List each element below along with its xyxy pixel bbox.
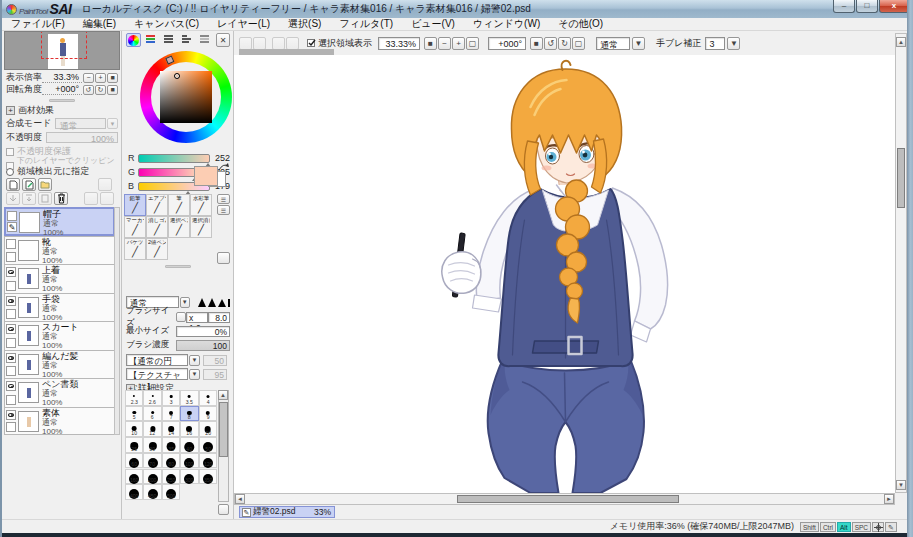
red-slider[interactable] bbox=[138, 154, 210, 163]
canvas-vertical-scrollbar[interactable]: ▲ ▼ bbox=[895, 33, 907, 493]
clear-layer-button[interactable] bbox=[38, 192, 52, 205]
brush-size-2.6[interactable]: 2.6 bbox=[143, 390, 161, 406]
layer-toggle-2[interactable] bbox=[6, 366, 16, 376]
menu-item-4[interactable]: 選択(S) bbox=[279, 17, 330, 31]
size-scroll-up-icon[interactable]: ▲ bbox=[218, 390, 228, 400]
nav-rotate-cw-button[interactable]: ↻ bbox=[95, 85, 106, 95]
brush-shape-select[interactable]: 【通常の円形】 bbox=[126, 354, 188, 366]
brush-8[interactable]: バケツ╱ bbox=[124, 238, 146, 260]
menu-item-3[interactable]: レイヤー(L) bbox=[208, 17, 279, 31]
brush-size-unit-button[interactable] bbox=[176, 312, 186, 322]
brush-size-5[interactable]: 5 bbox=[125, 406, 143, 422]
rgb-sliders-tab[interactable] bbox=[144, 33, 159, 47]
layer-visible-eye-icon[interactable] bbox=[6, 296, 16, 306]
document-tab[interactable]: ✎ 婦警02.psd 33% bbox=[239, 506, 335, 518]
canvas-horizontal-scrollbar[interactable]: ◄ ► bbox=[234, 493, 895, 505]
brush-size-7[interactable]: 7 bbox=[162, 406, 180, 422]
brush-size-200[interactable]: 200 bbox=[143, 469, 161, 485]
merge-down-button[interactable] bbox=[22, 192, 36, 205]
canvas[interactable] bbox=[234, 55, 895, 493]
swatches-tab[interactable] bbox=[198, 33, 213, 47]
selection-display-checkbox[interactable] bbox=[307, 39, 315, 47]
nav-zoom-reset-button[interactable]: ■ bbox=[107, 73, 118, 83]
layer-row-4[interactable]: スカート通常100% bbox=[4, 321, 115, 350]
brush-size-100[interactable]: 100 bbox=[180, 453, 198, 469]
layer-visible-eye-icon[interactable] bbox=[6, 353, 16, 363]
brush-size-80[interactable]: 80 bbox=[162, 453, 180, 469]
size-palette-bottom-button[interactable] bbox=[218, 504, 229, 515]
layer-row-7[interactable]: 素体通常100% bbox=[4, 407, 115, 436]
brush-size-400[interactable]: 400 bbox=[125, 484, 143, 500]
layer-toggle-2[interactable] bbox=[6, 422, 16, 432]
vscroll-thumb[interactable] bbox=[897, 148, 905, 208]
current-color-swatch[interactable] bbox=[194, 166, 218, 186]
brush-5[interactable]: 消しゴム╱ bbox=[146, 216, 168, 238]
brush-size-50[interactable]: 50 bbox=[199, 437, 217, 453]
brush-size-450[interactable]: 450 bbox=[143, 484, 161, 500]
flip-view-button[interactable]: ▢ bbox=[572, 37, 585, 50]
hscroll-thumb[interactable] bbox=[457, 495, 679, 503]
brush-size-3.5[interactable]: 3.5 bbox=[180, 390, 198, 406]
maximize-button[interactable]: □ bbox=[856, 0, 878, 13]
layer-command-extra-2[interactable] bbox=[84, 192, 98, 205]
brush-size-8[interactable]: 8 bbox=[180, 406, 198, 422]
layer-row-0[interactable]: ✎帽子通常100% bbox=[4, 207, 115, 236]
mixer-tab[interactable] bbox=[180, 33, 195, 47]
hscroll-left-icon[interactable]: ◄ bbox=[235, 494, 245, 504]
brush-4[interactable]: マーカー╱ bbox=[124, 216, 146, 238]
brush-2[interactable]: 筆╱ bbox=[168, 194, 190, 216]
new-linework-layer-button[interactable] bbox=[22, 178, 36, 191]
brush-grid-config-button-1[interactable]: ☰ bbox=[217, 194, 230, 204]
deselect-button[interactable] bbox=[272, 37, 285, 50]
menu-item-1[interactable]: 編集(E) bbox=[74, 17, 125, 31]
layer-hidden-toggle[interactable] bbox=[7, 211, 17, 221]
brush-size-35[interactable]: 35 bbox=[162, 437, 180, 453]
layer-toggle-2[interactable] bbox=[6, 281, 16, 291]
brush-shape-dropdown-icon[interactable]: ▼ bbox=[189, 355, 200, 366]
brush-size-6[interactable]: 6 bbox=[143, 406, 161, 422]
nav-zoom-in-button[interactable]: + bbox=[95, 73, 106, 83]
rotate-cw-button[interactable]: ↻ bbox=[558, 37, 571, 50]
blend-mode-select[interactable]: 通常 bbox=[55, 118, 106, 129]
brush-size-70[interactable]: 70 bbox=[143, 453, 161, 469]
brush-3[interactable]: 水彩筆╱ bbox=[190, 194, 212, 216]
size-palette-scrollbar[interactable]: ▲ bbox=[218, 390, 229, 502]
rotate-ccw-button[interactable]: ↺ bbox=[544, 37, 557, 50]
color-wheel-tab[interactable] bbox=[126, 33, 141, 47]
paint-blend-dropdown-icon[interactable]: ▼ bbox=[632, 37, 645, 50]
panel-grip[interactable] bbox=[49, 99, 75, 102]
redo-button[interactable] bbox=[253, 37, 266, 50]
blend-mode-dropdown-icon[interactable]: ▼ bbox=[107, 118, 118, 129]
invert-selection-button[interactable] bbox=[286, 37, 299, 50]
vscroll-down-icon[interactable]: ▼ bbox=[896, 480, 906, 490]
brush-size-60[interactable]: 60 bbox=[125, 453, 143, 469]
navigator-preview[interactable] bbox=[4, 31, 120, 70]
nav-rotate-ccw-button[interactable]: ↺ bbox=[83, 85, 94, 95]
layer-active-pen-icon[interactable]: ✎ bbox=[7, 222, 17, 232]
layer-toggle-2[interactable] bbox=[6, 309, 16, 319]
layer-toggle-2[interactable] bbox=[6, 252, 16, 262]
stabilizer-dropdown-icon[interactable]: ▼ bbox=[727, 37, 740, 50]
menu-item-2[interactable]: キャンバス(C) bbox=[125, 17, 208, 31]
saturation-value-square[interactable] bbox=[160, 71, 212, 123]
brush-size-30[interactable]: 30 bbox=[143, 437, 161, 453]
color-wheel[interactable] bbox=[140, 51, 232, 143]
selection-source-radio[interactable] bbox=[6, 168, 14, 176]
density-slider[interactable]: 100 bbox=[176, 340, 230, 351]
layer-command-extra-1[interactable] bbox=[98, 178, 112, 191]
close-color-panel-button[interactable]: ✕ bbox=[216, 33, 230, 47]
brush-size-value[interactable]: 8.0 bbox=[208, 312, 230, 323]
stabilizer-select[interactable]: 3 bbox=[705, 37, 725, 50]
new-layer-button[interactable] bbox=[6, 178, 20, 191]
layer-toggle-2[interactable] bbox=[6, 395, 16, 405]
minimize-button[interactable]: – bbox=[833, 0, 855, 13]
zoom-reset-button[interactable]: ■ bbox=[424, 37, 437, 50]
brush-texture-select[interactable]: 【テクスチャなし】 bbox=[126, 368, 188, 380]
brush-grid-extra-button[interactable] bbox=[217, 252, 230, 264]
angle-reset-button[interactable]: ■ bbox=[530, 37, 543, 50]
layer-list-scrollbar[interactable] bbox=[114, 207, 120, 435]
nav-rotate-reset-button[interactable]: ■ bbox=[107, 85, 118, 95]
brush-tip-shape-icons[interactable] bbox=[193, 297, 230, 308]
menu-item-6[interactable]: ビュー(V) bbox=[402, 17, 464, 31]
hsv-sliders-tab[interactable] bbox=[162, 33, 177, 47]
